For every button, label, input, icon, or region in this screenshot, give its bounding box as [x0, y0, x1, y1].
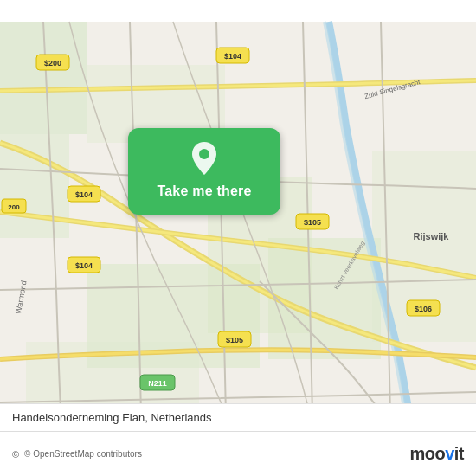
svg-text:$105: $105 — [226, 336, 243, 344]
svg-text:$200: $200 — [44, 59, 61, 68]
attribution-text: © OpenStreetMap contributors — [24, 449, 142, 459]
place-name-bar: Handelsonderneming Elan, Netherlands — [0, 403, 476, 431]
svg-text:$104: $104 — [75, 261, 93, 270]
moovit-logo: moovit — [409, 444, 464, 464]
bottom-bar: © © OpenStreetMap contributors moovit — [0, 431, 476, 476]
svg-text:200: 200 — [8, 203, 20, 211]
svg-text:$105: $105 — [304, 218, 321, 227]
svg-text:$104: $104 — [224, 52, 241, 61]
place-full-label: Handelsonderneming Elan, Netherlands — [12, 411, 212, 424]
location-pin-icon — [185, 138, 223, 177]
take-me-there-button[interactable]: Take me there — [128, 128, 280, 215]
svg-rect-2 — [0, 134, 69, 238]
svg-text:$106: $106 — [415, 305, 432, 313]
svg-text:$104: $104 — [75, 190, 93, 199]
svg-text:N211: N211 — [148, 379, 167, 388]
copyright-symbol: © — [12, 449, 19, 460]
moovit-logo-area: moovit — [409, 444, 464, 464]
attribution-area: © © OpenStreetMap contributors — [12, 449, 142, 460]
map-container: $200 $104 $104 $104 $105 $105 $106 N211 … — [0, 0, 476, 476]
svg-text:Rijswijk: Rijswijk — [414, 231, 450, 241]
svg-point-31 — [199, 149, 209, 159]
take-me-there-label: Take me there — [157, 183, 251, 199]
